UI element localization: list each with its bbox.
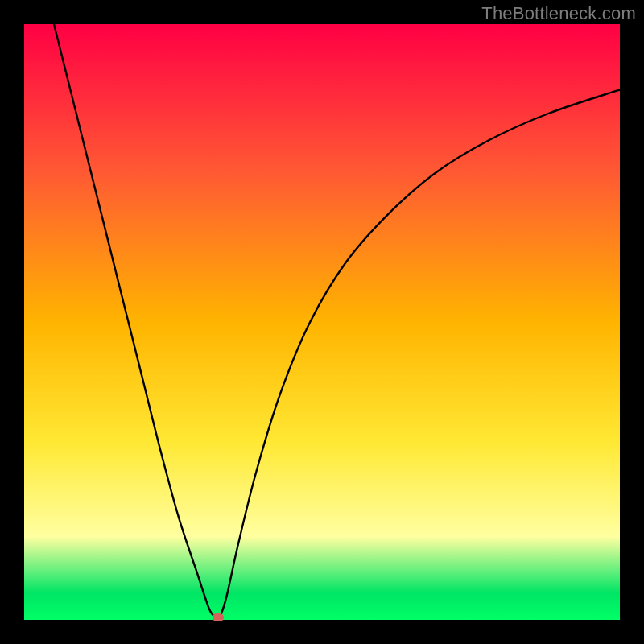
optimal-point-marker <box>213 613 224 621</box>
watermark-text: TheBottleneck.com <box>481 3 636 24</box>
bottleneck-curve <box>54 24 620 620</box>
curve-layer <box>24 24 620 620</box>
plot-area <box>24 24 620 620</box>
chart-frame: TheBottleneck.com <box>0 0 644 644</box>
